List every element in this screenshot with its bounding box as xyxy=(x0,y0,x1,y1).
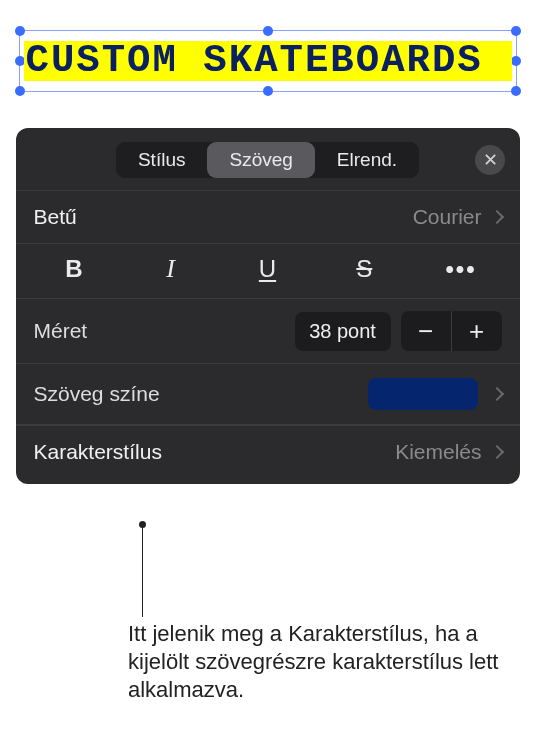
callout-line xyxy=(142,525,143,617)
text-color-label: Szöveg színe xyxy=(34,382,160,406)
character-style-row[interactable]: Karakterstílus Kiemelés xyxy=(16,425,520,478)
more-format-button[interactable]: ••• xyxy=(413,253,510,285)
character-style-label: Karakterstílus xyxy=(34,440,162,464)
tab-segmented-control: Stílus Szöveg Elrend. xyxy=(116,142,419,178)
underline-button[interactable]: U xyxy=(219,253,316,285)
chevron-right-icon xyxy=(489,445,503,459)
font-label: Betű xyxy=(34,205,77,229)
size-increase-button[interactable]: + xyxy=(452,311,502,351)
size-decrease-button[interactable]: − xyxy=(401,311,451,351)
format-panel: Stílus Szöveg Elrend. ✕ Betű Courier B I… xyxy=(16,128,520,484)
size-stepper: − + xyxy=(401,311,502,351)
selected-text-box[interactable]: CUSTOM SKATEBOARDS xyxy=(19,30,517,92)
character-style-value: Kiemelés xyxy=(395,440,481,464)
resize-handle[interactable] xyxy=(263,86,273,96)
callout-caption: Itt jelenik meg a Karakterstílus, ha a k… xyxy=(128,620,518,704)
tab-style[interactable]: Stílus xyxy=(116,142,208,178)
resize-handle[interactable] xyxy=(511,86,521,96)
size-row: Méret 38 pont − + xyxy=(16,299,520,364)
tab-layout[interactable]: Elrend. xyxy=(315,142,419,178)
strikethrough-button[interactable]: S xyxy=(316,253,413,285)
font-row[interactable]: Betű Courier xyxy=(16,190,520,243)
tab-text[interactable]: Szöveg xyxy=(207,142,314,178)
resize-handle[interactable] xyxy=(15,26,25,36)
size-field[interactable]: 38 pont xyxy=(295,312,391,351)
sample-text[interactable]: CUSTOM SKATEBOARDS xyxy=(26,39,483,83)
size-label: Méret xyxy=(34,319,88,343)
text-format-row: B I U S ••• xyxy=(16,243,520,299)
text-color-swatch[interactable] xyxy=(368,378,478,410)
text-highlight: CUSTOM SKATEBOARDS xyxy=(24,41,512,81)
resize-handle[interactable] xyxy=(263,26,273,36)
bold-button[interactable]: B xyxy=(26,253,123,285)
chevron-right-icon xyxy=(489,387,503,401)
resize-handle[interactable] xyxy=(511,56,521,66)
italic-button[interactable]: I xyxy=(122,252,219,286)
close-icon: ✕ xyxy=(483,149,498,171)
chevron-right-icon xyxy=(489,210,503,224)
text-color-row[interactable]: Szöveg színe xyxy=(16,364,520,425)
resize-handle[interactable] xyxy=(15,86,25,96)
close-button[interactable]: ✕ xyxy=(475,145,505,175)
resize-handle[interactable] xyxy=(511,26,521,36)
font-value: Courier xyxy=(413,205,482,229)
